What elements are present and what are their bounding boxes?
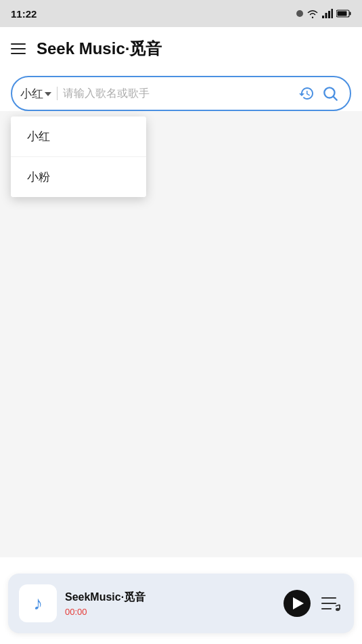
dropdown-item-1[interactable]: 小粉: [11, 156, 146, 197]
play-triangle-icon: [293, 597, 304, 609]
svg-line-8: [334, 97, 337, 100]
wifi-icon: [307, 9, 319, 18]
chevron-down-icon: [45, 92, 51, 96]
status-time: 11:22: [11, 8, 37, 20]
search-input[interactable]: [63, 87, 294, 100]
filter-selector[interactable]: 小红: [20, 86, 51, 102]
history-icon[interactable]: [297, 84, 316, 103]
filter-dropdown: 小红 小粉: [11, 116, 146, 197]
filter-label: 小红: [20, 86, 43, 102]
status-icons: [296, 9, 351, 18]
playlist-svg: [321, 595, 341, 612]
playlist-button[interactable]: [319, 591, 343, 616]
signal-icon: [322, 9, 333, 18]
now-playing-bar: ♪ SeekMusic·觅音 00:00: [8, 574, 354, 633]
svg-rect-3: [332, 9, 334, 18]
status-bar: 11:22: [0, 0, 362, 27]
track-time: 00:00: [65, 607, 275, 617]
search-button[interactable]: [319, 82, 342, 105]
music-note-icon: ♪: [33, 593, 43, 614]
battery-icon: [336, 9, 351, 18]
play-button[interactable]: [284, 590, 311, 617]
app-bar: Seek Music·觅音: [0, 27, 362, 70]
track-title: SeekMusic·觅音: [65, 591, 275, 605]
dropdown-item-0[interactable]: 小红: [11, 116, 146, 156]
svg-rect-0: [322, 16, 324, 18]
search-divider: [57, 87, 58, 100]
search-container: 小红 小红 小粉: [0, 70, 362, 111]
svg-rect-6: [338, 12, 347, 16]
svg-rect-2: [328, 11, 330, 18]
history-svg: [298, 85, 315, 102]
album-art: ♪: [19, 584, 57, 622]
search-svg: [321, 85, 339, 102]
svg-rect-1: [325, 13, 327, 18]
search-bar: 小红: [11, 76, 351, 111]
hamburger-menu-icon[interactable]: [11, 43, 26, 54]
app-title: Seek Music·觅音: [37, 38, 162, 60]
recording-dot-icon: [296, 10, 303, 17]
track-info: SeekMusic·觅音 00:00: [65, 591, 275, 617]
svg-rect-5: [350, 12, 351, 16]
